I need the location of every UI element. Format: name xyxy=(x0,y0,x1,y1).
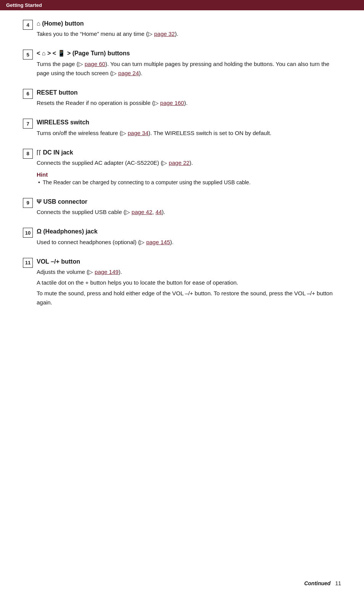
link-page44[interactable]: 44 xyxy=(155,209,162,215)
item-desc-7: Turns on/off the wireless feature (▷ pag… xyxy=(37,129,341,138)
item-title-10: Ω (Headphones) jack xyxy=(37,227,341,236)
usb-icon: Ψ xyxy=(37,198,42,205)
item-desc-11-line2: A tactile dot on the + button helps you … xyxy=(37,278,341,287)
list-item: 8 ⎡⎡ DC IN jack Connects the supplied AC… xyxy=(23,148,341,187)
item-desc-11-line1: Adjusts the volume (▷ page 149). xyxy=(37,267,341,277)
item-title-11: VOL –/+ button xyxy=(37,258,341,266)
link-page145[interactable]: page 145 xyxy=(146,239,170,245)
item-body-8: ⎡⎡ DC IN jack Connects the supplied AC a… xyxy=(37,148,341,187)
item-body-10: Ω (Headphones) jack Used to connect head… xyxy=(37,227,341,246)
list-item: 4 ⌂ (Home) button Takes you to the “Home… xyxy=(23,19,341,39)
link-page160[interactable]: page 160 xyxy=(160,100,184,106)
item-desc-8: Connects the supplied AC adapter (AC-S52… xyxy=(37,158,341,167)
page-header: Getting Started xyxy=(0,0,364,10)
item-number-8: 8 xyxy=(23,149,33,159)
item-number-11: 11 xyxy=(23,258,33,268)
hint-title: Hint xyxy=(37,171,341,178)
item-number-10: 10 xyxy=(23,228,33,238)
item-number-9: 9 xyxy=(23,198,33,208)
item-body-6: RESET button Resets the Reader if no ope… xyxy=(37,89,341,108)
link-page34[interactable]: page 34 xyxy=(128,130,148,136)
list-item: 6 RESET button Resets the Reader if no o… xyxy=(23,89,341,108)
dc-in-icon: ⎡⎡ xyxy=(37,150,41,155)
list-item: 7 WIRELESS switch Turns on/off the wirel… xyxy=(23,118,341,137)
item-title-8: ⎡⎡ DC IN jack xyxy=(37,148,341,157)
item-desc-4: Takes you to the “Home” menu at any time… xyxy=(37,29,341,39)
page-footer: Continued 11 xyxy=(304,580,341,586)
item-body-7: WIRELESS switch Turns on/off the wireles… xyxy=(37,118,341,137)
item-title-7: WIRELESS switch xyxy=(37,118,341,127)
link-page32[interactable]: page 32 xyxy=(154,31,175,37)
home-icon: ⌂ xyxy=(37,20,40,27)
item-number-7: 7 xyxy=(23,119,33,129)
item-number-4: 4 xyxy=(23,20,33,30)
list-item: 10 Ω (Headphones) jack Used to connect h… xyxy=(23,227,341,246)
item-title-6: RESET button xyxy=(37,89,341,97)
list-item: 5 < ⌂ > < 📱 > (Page Turn) buttons Turns … xyxy=(23,49,341,77)
headphones-icon: Ω xyxy=(37,228,42,235)
list-item: 9 Ψ USB connector Connects the supplied … xyxy=(23,198,341,217)
item-number-6: 6 xyxy=(23,89,33,99)
link-page24[interactable]: page 24 xyxy=(118,70,139,76)
item-desc-10: Used to connect headphones (optional) (▷… xyxy=(37,238,341,247)
link-page149[interactable]: page 149 xyxy=(95,269,119,275)
item-title-5: < ⌂ > < 📱 > (Page Turn) buttons xyxy=(37,49,341,58)
item-desc-11-line3: To mute the sound, press and hold either… xyxy=(37,289,341,307)
item-body-11: VOL –/+ button Adjusts the volume (▷ pag… xyxy=(37,258,341,307)
item-desc-9: Connects the supplied USB cable (▷ page … xyxy=(37,208,341,217)
link-page60[interactable]: page 60 xyxy=(85,61,105,67)
hint-text: The Reader can be charged by connecting … xyxy=(37,179,341,185)
list-item: 11 VOL –/+ button Adjusts the volume (▷ … xyxy=(23,258,341,307)
item-desc-6: Resets the Reader if no operation is pos… xyxy=(37,98,341,108)
continued-label: Continued xyxy=(304,580,330,586)
header-label: Getting Started xyxy=(6,2,42,8)
item-title-4: ⌂ (Home) button xyxy=(37,19,341,28)
item-body-5: < ⌂ > < 📱 > (Page Turn) buttons Turns th… xyxy=(37,49,341,77)
item-title-9: Ψ USB connector xyxy=(37,198,341,206)
link-page42[interactable]: page 42 xyxy=(132,209,152,215)
item-desc-5: Turns the page (▷ page 60). You can turn… xyxy=(37,60,341,78)
link-page22[interactable]: page 22 xyxy=(169,159,189,166)
item-body-4: ⌂ (Home) button Takes you to the “Home” … xyxy=(37,19,341,39)
item-body-9: Ψ USB connector Connects the supplied US… xyxy=(37,198,341,217)
hint-box: Hint The Reader can be charged by connec… xyxy=(37,171,341,185)
page-number: 11 xyxy=(335,580,341,586)
main-content: 4 ⌂ (Home) button Takes you to the “Home… xyxy=(0,10,364,341)
item-number-5: 5 xyxy=(23,50,33,60)
